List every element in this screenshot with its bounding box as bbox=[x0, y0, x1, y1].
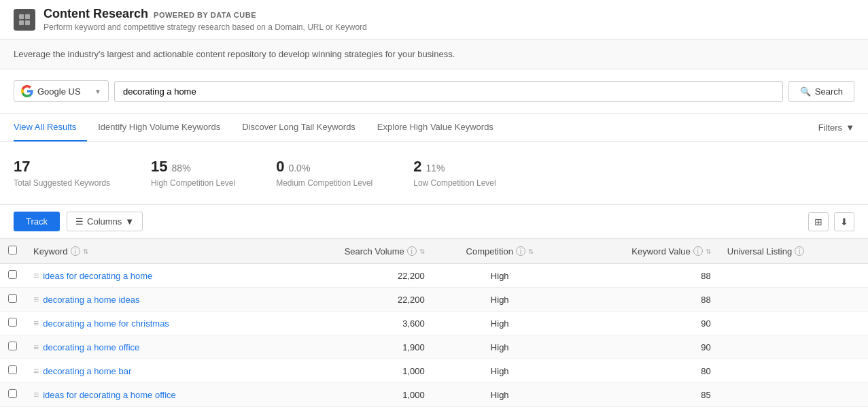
keyword-link[interactable]: ideas for decorating a home office bbox=[43, 390, 176, 400]
row-checkbox[interactable] bbox=[8, 318, 17, 327]
keyword-link[interactable]: ideas for decorating a home bbox=[43, 271, 152, 281]
keyword-link[interactable]: decorating a home office bbox=[43, 342, 139, 352]
tab-all-results[interactable]: View All Results bbox=[14, 114, 87, 142]
svg-rect-0 bbox=[19, 14, 24, 19]
table-toolbar: Track ☰ Columns ▼ ⊞ ⬇ bbox=[0, 205, 868, 239]
row-competition: High bbox=[433, 312, 567, 335]
drag-icon: ≡ bbox=[33, 294, 39, 305]
engine-select[interactable]: Google US ▼ bbox=[14, 80, 109, 102]
universal-listing-info-icon: i bbox=[795, 246, 804, 256]
select-all-col[interactable] bbox=[0, 239, 25, 264]
row-universal-listing bbox=[719, 383, 868, 407]
keyword-link[interactable]: decorating a home for christmas bbox=[43, 318, 169, 329]
row-keyword-value: 85 bbox=[567, 383, 719, 407]
tab-long-tail[interactable]: Discover Long Tail Keywords bbox=[231, 114, 366, 142]
row-search-volume: 590 bbox=[279, 407, 433, 413]
row-keyword-value: 90 bbox=[567, 335, 719, 359]
search-input[interactable] bbox=[114, 81, 783, 102]
app-logo bbox=[14, 9, 35, 31]
select-all-checkbox[interactable] bbox=[8, 246, 17, 254]
row-universal-listing bbox=[719, 288, 868, 312]
row-competition: High bbox=[433, 359, 567, 383]
search-button[interactable]: 🔍 Search bbox=[788, 81, 854, 102]
stat-medium: 0 0.0% Medium Competition Level bbox=[276, 158, 372, 188]
row-keyword: ≡ decorating a home bar bbox=[25, 359, 279, 383]
app-title: Content Research bbox=[44, 7, 148, 21]
row-checkbox-cell[interactable] bbox=[0, 359, 25, 383]
tab-high-volume[interactable]: Identify High Volume Keywords bbox=[87, 114, 231, 142]
powered-by-label: POWERED BY DATA CUBE bbox=[154, 11, 256, 19]
stat-high-label: High Competition Level bbox=[151, 178, 235, 188]
row-checkbox[interactable] bbox=[8, 294, 17, 303]
row-keyword-value: 90 bbox=[567, 312, 719, 335]
search-volume-sort-icon[interactable]: ⇅ bbox=[419, 248, 425, 255]
keywords-table-container: Keyword i ⇅ Search Volume i ⇅ Competitio… bbox=[0, 239, 868, 413]
svg-rect-2 bbox=[19, 20, 24, 25]
download-icon: ⬇ bbox=[840, 216, 848, 227]
row-checkbox[interactable] bbox=[8, 365, 17, 374]
stat-medium-label: Medium Competition Level bbox=[276, 178, 372, 188]
row-universal-listing bbox=[719, 359, 868, 383]
th-competition[interactable]: Competition i ⇅ bbox=[433, 239, 567, 264]
row-search-volume: 22,200 bbox=[279, 288, 433, 312]
stat-low-number: 2 bbox=[413, 158, 421, 176]
row-keyword: ≡ decorating a home gym bbox=[25, 407, 279, 413]
th-search-volume-label: Search Volume bbox=[345, 246, 404, 257]
keyword-sort-icon[interactable]: ⇅ bbox=[83, 248, 88, 255]
row-search-volume: 22,200 bbox=[279, 264, 433, 288]
search-button-label: Search bbox=[815, 86, 843, 97]
columns-button-label: Columns bbox=[87, 216, 122, 227]
stat-low-label: Low Competition Level bbox=[413, 178, 496, 188]
row-checkbox-cell[interactable] bbox=[0, 312, 25, 335]
row-competition: High bbox=[433, 264, 567, 288]
table-row: ≡ decorating a home office 1,900 High 90 bbox=[0, 335, 868, 359]
app-title-block: Content Research POWERED BY DATA CUBE Pe… bbox=[44, 7, 367, 32]
stat-low: 2 11% Low Competition Level bbox=[413, 158, 496, 188]
th-keyword[interactable]: Keyword i ⇅ bbox=[25, 239, 279, 264]
stat-total-label: Total Suggested Keywords bbox=[14, 178, 110, 188]
row-search-volume: 1,900 bbox=[279, 335, 433, 359]
th-search-volume[interactable]: Search Volume i ⇅ bbox=[279, 239, 433, 264]
filters-button[interactable]: Filters ▼ bbox=[818, 114, 854, 141]
competition-sort-icon[interactable]: ⇅ bbox=[528, 248, 534, 255]
keyword-value-sort-icon[interactable]: ⇅ bbox=[706, 248, 711, 255]
export-table-btn[interactable]: ⊞ bbox=[808, 212, 829, 231]
row-competition: High bbox=[433, 288, 567, 312]
table-row: ≡ decorating a home bar 1,000 High 80 bbox=[0, 359, 868, 383]
row-checkbox-cell[interactable] bbox=[0, 407, 25, 413]
svg-rect-3 bbox=[25, 20, 30, 25]
drag-icon: ≡ bbox=[33, 270, 39, 281]
row-checkbox-cell[interactable] bbox=[0, 335, 25, 359]
stat-low-pct: 11% bbox=[426, 163, 445, 174]
row-competition: High bbox=[433, 383, 567, 407]
toolbar-right: ⊞ ⬇ bbox=[808, 212, 854, 231]
keyword-link[interactable]: decorating a home bar bbox=[43, 366, 131, 376]
table-row: ≡ decorating a home for christmas 3,600 … bbox=[0, 312, 868, 335]
keyword-link[interactable]: decorating a home ideas bbox=[43, 295, 139, 305]
stats-row: 17 Total Suggested Keywords 15 88% High … bbox=[0, 142, 868, 205]
app-subtitle: Perform keyword and competitive strategy… bbox=[44, 22, 367, 32]
row-checkbox-cell[interactable] bbox=[0, 288, 25, 312]
row-checkbox[interactable] bbox=[8, 342, 17, 350]
row-checkbox-cell[interactable] bbox=[0, 383, 25, 407]
row-keyword-value: 73 bbox=[567, 407, 719, 413]
download-btn[interactable]: ⬇ bbox=[834, 212, 854, 231]
track-button[interactable]: Track bbox=[14, 212, 60, 231]
stat-high-number: 15 bbox=[151, 158, 167, 176]
tab-high-value[interactable]: Explore High Value Keywords bbox=[366, 114, 504, 142]
table-row: ≡ decorating a home gym 590 High 73 Imag… bbox=[0, 407, 868, 413]
row-checkbox[interactable] bbox=[8, 389, 17, 398]
row-checkbox-cell[interactable] bbox=[0, 264, 25, 288]
svg-rect-1 bbox=[25, 14, 30, 19]
keywords-table: Keyword i ⇅ Search Volume i ⇅ Competitio… bbox=[0, 239, 868, 413]
row-checkbox[interactable] bbox=[8, 270, 17, 279]
th-keyword-value[interactable]: Keyword Value i ⇅ bbox=[567, 239, 719, 264]
columns-icon: ☰ bbox=[75, 216, 84, 227]
columns-button[interactable]: ☰ Columns ▼ bbox=[67, 212, 143, 231]
row-search-volume: 3,600 bbox=[279, 312, 433, 335]
table-row: ≡ ideas for decorating a home 22,200 Hig… bbox=[0, 264, 868, 288]
table-row: ≡ ideas for decorating a home office 1,0… bbox=[0, 383, 868, 407]
row-universal-listing: Images bbox=[719, 407, 868, 413]
th-competition-label: Competition bbox=[466, 246, 513, 257]
filters-label: Filters bbox=[818, 122, 842, 133]
